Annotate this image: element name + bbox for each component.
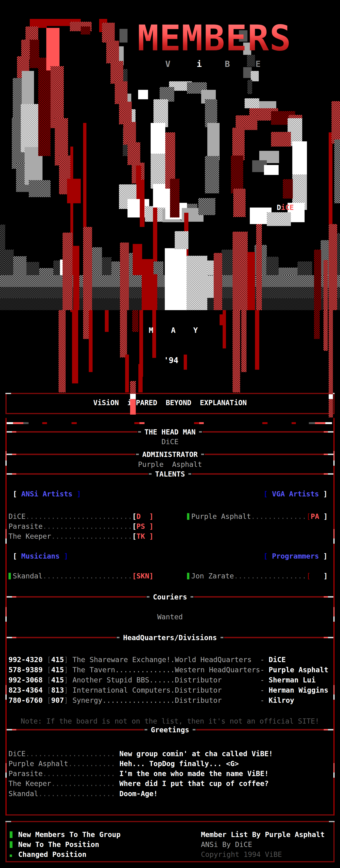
drip-block xyxy=(130,399,136,414)
drip-block xyxy=(130,381,136,394)
drip-block xyxy=(130,394,136,399)
ansi-member-list-screen: MEMBERS V i B E DiCE MAY '94 ViSiON iMPA… xyxy=(0,0,340,868)
drip-block xyxy=(329,310,333,394)
blood-drip-overlay xyxy=(0,0,340,868)
drip-block xyxy=(329,394,333,399)
drip-block xyxy=(329,399,333,417)
